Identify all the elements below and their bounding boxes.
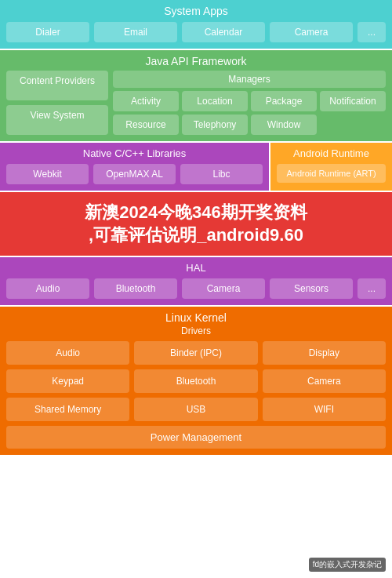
overlay-line2: ,可靠评估说明_android9.60 [89, 225, 303, 245]
driver-camera: Camera [263, 369, 386, 393]
drivers-grid: Audio Binder (IPC) Display Keypad Blueto… [6, 341, 386, 421]
hal-title: HAL [6, 262, 386, 274]
native-items: Webkit OpenMAX AL Libc [6, 164, 263, 184]
managers-grid: Activity Location Package Notification R… [113, 91, 386, 135]
driver-audio: Audio [6, 341, 129, 365]
kernel-section: Linux Kernel Drivers Audio Binder (IPC) … [0, 307, 392, 455]
system-apps-title: System Apps [6, 5, 386, 17]
overlay-banner: 新澳2024今晚346期开奖资料 ,可靠评估说明_android9.60 [0, 192, 392, 256]
native-title: Native C/C++ Libraries [6, 147, 263, 159]
camera-chip: Camera [270, 22, 353, 42]
location-chip: Location [182, 91, 248, 111]
native-row: Native C/C++ Libraries Webkit OpenMAX AL… [0, 143, 392, 191]
driver-display: Display [263, 341, 386, 365]
hal-sensors-chip: Sensors [270, 278, 353, 299]
notification-chip: Notification [320, 91, 386, 111]
hal-row: HAL Audio Bluetooth Camera Sensors ... [0, 257, 392, 305]
system-apps-section: System Apps Dialer Email Calendar Camera… [0, 0, 392, 49]
driver-usb: USB [134, 398, 257, 421]
art-title: Android Runtime [277, 147, 386, 159]
content-providers-chip: Content Providers [6, 71, 108, 100]
libc-chip: Libc [180, 164, 263, 184]
kernel-title: Linux Kernel [6, 311, 386, 324]
package-chip: Package [251, 91, 317, 111]
driver-bluetooth: Bluetooth [134, 369, 257, 393]
java-api-section: Java API Framework Content Providers Vie… [0, 50, 392, 141]
java-api-title: Java API Framework [6, 55, 386, 67]
window-chip: Window [251, 115, 317, 135]
java-inner: Content Providers View System Managers A… [6, 71, 386, 135]
driver-wifi: WIFI [263, 398, 386, 421]
hal-audio-chip: Audio [6, 278, 89, 299]
native-section: Native C/C++ Libraries Webkit OpenMAX AL… [0, 143, 269, 191]
hal-camera-chip: Camera [182, 278, 265, 299]
watermark: fd的嵌入式开发杂记 [309, 558, 386, 572]
more-chip: ... [358, 22, 386, 42]
driver-shared-memory: Shared Memory [6, 398, 129, 421]
calendar-chip: Calendar [182, 22, 265, 42]
webkit-chip: Webkit [6, 164, 89, 184]
activity-chip: Activity [113, 91, 179, 111]
drivers-subtitle: Drivers [6, 325, 386, 336]
view-system-chip: View System [6, 105, 108, 135]
managers-title: Managers [113, 71, 386, 88]
hal-items: Audio Bluetooth Camera Sensors ... [6, 278, 386, 299]
telephony-chip: Telephony [182, 115, 248, 135]
system-apps-row: Dialer Email Calendar Camera ... [6, 22, 386, 42]
overlay-line1: 新澳2024今晚346期开奖资料 [85, 202, 307, 222]
openmax-chip: OpenMAX AL [93, 164, 176, 184]
power-management: Power Management [6, 426, 386, 449]
java-right: Managers Activity Location Package Notif… [113, 71, 386, 135]
resource-chip: Resource [113, 115, 179, 135]
java-left: Content Providers View System [6, 71, 108, 135]
driver-binder: Binder (IPC) [134, 341, 257, 365]
hal-bluetooth-chip: Bluetooth [94, 278, 177, 299]
hal-section: HAL Audio Bluetooth Camera Sensors ... [0, 257, 392, 305]
dialer-chip: Dialer [6, 22, 89, 42]
email-chip: Email [94, 22, 177, 42]
hal-more-chip: ... [358, 278, 386, 299]
driver-keypad: Keypad [6, 369, 129, 393]
art-chip: Android Runtime (ART) [277, 164, 386, 183]
art-section: Android Runtime Android Runtime (ART) [270, 143, 392, 191]
